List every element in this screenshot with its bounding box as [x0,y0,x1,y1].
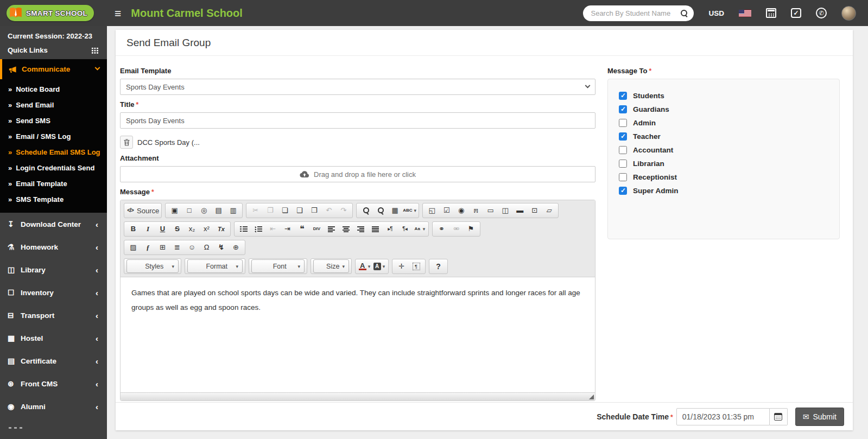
toolbar-button[interactable]: ☑ [440,204,453,217]
sidebar-menu-item[interactable]: ⚗ Homework [0,236,107,258]
toolbar-button[interactable]: □ [182,204,196,217]
toolbar-button[interactable]: ⚑ [464,222,478,236]
toolbar-button[interactable]: ▨ [126,241,140,254]
toolbar-button[interactable]: x² [200,222,213,236]
toolbar-button[interactable]: Aa [413,222,426,236]
calendar-icon[interactable] [766,8,776,18]
toolbar-button[interactable]: U [156,222,169,236]
toolbar-button[interactable]: x₂ [185,222,199,236]
title-input[interactable] [120,112,595,129]
sidebar-menu-item[interactable]: ◉ Alumni [0,395,107,418]
toolbar-button[interactable]: ↷ [337,204,350,217]
toolbar-button[interactable]: [I] [469,204,483,217]
toolbar-button[interactable]: ƒ [141,241,155,254]
toolbar-button[interactable]: ▭ [484,204,497,217]
toolbar-button[interactable]: ⊡ [528,204,541,217]
email-template-select[interactable]: Sports Day Events [120,79,595,95]
sidebar-subitem[interactable]: SMS Template [0,192,107,207]
toolbar-button[interactable]: ▣ [168,204,181,217]
recipient-checkbox[interactable] [619,173,627,181]
toolbar-button[interactable]: ✂ [249,204,262,217]
toolbar-button[interactable]: ❏ [278,204,292,217]
toolbar-button[interactable]: ¶◂ [398,222,411,236]
sidebar-menu-item[interactable]: ▦ Hostel [0,327,107,349]
toolbar-button[interactable]: ↶ [322,204,335,217]
toolbar-button[interactable]: ▱ [542,204,556,217]
toolbar-button[interactable]: ▬ [513,204,527,217]
toolbar-button[interactable]: ⚭ [435,222,448,236]
toolbar-button[interactable] [339,222,353,236]
toolbar-button[interactable]: ▤ [212,204,225,217]
recipient-option[interactable]: Accountant [619,143,828,157]
sidebar-subitem[interactable]: Notice Board [0,81,107,97]
toolbar-button[interactable]: ≣ [170,241,184,254]
toolbar-button[interactable]: B [126,222,140,236]
datepicker-button[interactable] [770,408,788,425]
recipient-checkbox[interactable] [619,160,627,168]
toolbar-button[interactable]: ◉ [454,204,468,217]
toolbar-button[interactable] [369,222,382,236]
toolbar-button[interactable]: ⊞ [156,241,169,254]
currency-label[interactable]: USD [708,9,724,17]
toolbar-button[interactable]: Ω [200,241,213,254]
search-input[interactable] [591,9,680,17]
editor-resize-bar[interactable] [121,392,595,400]
attachment-dropzone[interactable]: Drag and drop a file here or click [120,166,595,182]
toolbar-button[interactable] [251,222,265,236]
sidebar-menu-item[interactable]: ☐ Inventory [0,281,107,304]
tasks-icon[interactable]: ✓ [791,8,801,18]
message-body-text[interactable]: Games that are played on school sports d… [131,285,584,315]
toolbar-button[interactable]: Font [251,259,305,273]
toolbar-button[interactable]: ¶ [409,260,423,273]
recipient-checkbox[interactable] [619,119,627,127]
sidebar-item-partial[interactable] [0,418,107,431]
sidebar-menu-item[interactable]: ↧ Download Center [0,213,107,236]
toolbar-button[interactable]: ABC [403,204,416,217]
toolbar-button[interactable]: Tx [214,222,228,236]
toolbar-button[interactable]: ▸¶ [383,222,397,236]
toolbar-button[interactable]: ✛ [395,260,408,273]
grid-icon[interactable] [91,47,98,54]
recipient-option[interactable]: Librarian [619,157,828,170]
sidebar-subitem[interactable]: Email / SMS Log [0,129,107,144]
toolbar-button[interactable] [237,222,250,236]
toolbar-button[interactable]: A [372,260,386,273]
toolbar-button[interactable]: ◎ [197,204,211,217]
recipient-checkbox[interactable] [619,92,627,100]
sidebar-subitem[interactable]: Send Email [0,97,107,113]
sidebar-menu-item[interactable]: ◫ Library [0,258,107,281]
toolbar-button[interactable]: ◱ [425,204,439,217]
remove-template-button[interactable] [120,136,133,149]
recipient-option[interactable]: Receptionist [619,170,828,184]
recipient-option[interactable]: Super Admin [619,184,828,198]
recipient-option[interactable]: Admin [619,116,828,130]
toolbar-button[interactable] [373,204,387,217]
toolbar-button[interactable]: ? [432,260,445,273]
message-body-editor[interactable]: Games that are played on school sports d… [121,277,595,392]
toolbar-button[interactable]: ⚮ [449,222,463,236]
toolbar-button[interactable]: ▥ [226,204,240,217]
toolbar-button[interactable]: ⇥ [281,222,294,236]
recipient-option[interactable]: Students [619,89,828,103]
toolbar-button[interactable]: ◫ [498,204,512,217]
toolbar-button[interactable]: ⊕ [229,241,243,254]
schedule-datetime-input[interactable] [676,408,770,425]
toolbar-button[interactable]: ☺ [185,241,199,254]
recipient-checkbox[interactable] [619,132,627,141]
hamburger-menu-icon[interactable]: ≡ [115,8,121,19]
sidebar-subitem[interactable]: Login Credentials Send [0,160,107,176]
sidebar-subitem[interactable]: Email Template [0,176,107,192]
user-avatar[interactable] [841,6,856,21]
toolbar-button[interactable]: ❝ [295,222,309,236]
toolbar-button[interactable]: Format [187,259,243,273]
search-icon[interactable] [680,9,688,17]
recipient-checkbox[interactable] [619,146,627,154]
toolbar-button[interactable]: A [358,260,371,273]
whatsapp-icon[interactable]: ✆ [816,8,827,18]
toolbar-button[interactable]: Size [313,259,349,273]
toolbar-button[interactable]: ↯ [214,241,228,254]
toolbar-button[interactable]: I [141,222,155,236]
recipient-checkbox[interactable] [619,105,627,113]
toolbar-button[interactable] [359,204,372,217]
app-logo[interactable]: SMART SCHOOL [7,5,94,21]
